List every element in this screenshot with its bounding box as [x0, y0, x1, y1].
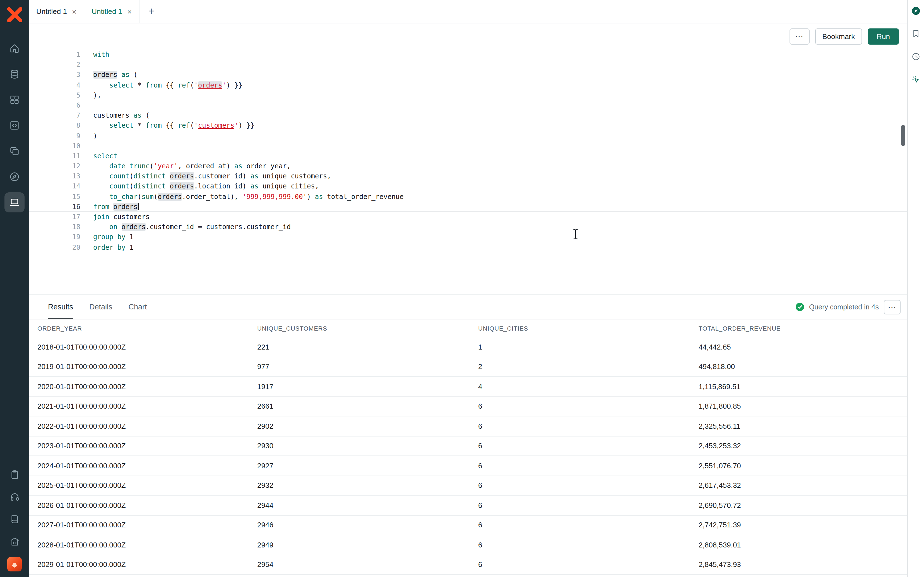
- user-avatar[interactable]: [7, 557, 22, 571]
- tab-label: Untitled 1: [92, 7, 122, 16]
- table-row[interactable]: 2023-01-01T00:00:00.000Z293062,453,253.3…: [29, 436, 907, 456]
- table-row[interactable]: 2018-01-01T00:00:00.000Z221144,442.65: [29, 337, 907, 357]
- laptop-icon: [9, 197, 20, 208]
- history-icon: [911, 52, 921, 61]
- table-cell: 977: [257, 363, 478, 371]
- headphones-icon: [9, 492, 20, 502]
- table-cell: 2661: [257, 402, 478, 411]
- rail-cursor-click-button[interactable]: [910, 73, 922, 85]
- tab-untitled-2[interactable]: Untitled 1 ×: [84, 0, 139, 23]
- database-icon: [9, 69, 20, 80]
- code-line[interactable]: 5),: [29, 90, 907, 100]
- column-header[interactable]: TOTAL_ORDER_REVENUE: [699, 325, 907, 331]
- table-row[interactable]: 2030-01-01T00:00:00.000Z287961,841,049.3…: [29, 575, 907, 577]
- more-options-button[interactable]: ⋯: [789, 28, 809, 44]
- query-status-text: Query completed in 4s: [809, 303, 879, 311]
- table-row[interactable]: 2024-01-01T00:00:00.000Z292762,551,076.7…: [29, 456, 907, 476]
- code-line[interactable]: 18 on orders.customer_id = customers.cus…: [29, 222, 907, 232]
- table-row[interactable]: 2029-01-01T00:00:00.000Z295462,845,473.9…: [29, 555, 907, 575]
- line-number: 7: [29, 110, 85, 121]
- column-header[interactable]: UNIQUE_CUSTOMERS: [257, 325, 478, 331]
- table-row[interactable]: 2028-01-01T00:00:00.000Z294962,808,539.0…: [29, 535, 907, 555]
- tab-chart[interactable]: Chart: [129, 295, 147, 319]
- sidebar-apps-button[interactable]: [5, 90, 24, 110]
- table-cell: 2930: [257, 442, 478, 450]
- table-row[interactable]: 2026-01-01T00:00:00.000Z294462,690,570.7…: [29, 496, 907, 516]
- tab-results[interactable]: Results: [48, 295, 73, 319]
- code-line[interactable]: 1with: [29, 50, 907, 60]
- line-number: 6: [29, 100, 85, 110]
- bookmark-icon: [911, 29, 921, 38]
- sidebar-code-button[interactable]: [5, 115, 24, 135]
- new-tab-button[interactable]: +: [139, 0, 163, 23]
- rail-explore-button[interactable]: [910, 5, 922, 17]
- code-line[interactable]: 15 to_char(sum(orders.order_total), '999…: [29, 192, 907, 201]
- code-line[interactable]: 17join customers: [29, 212, 907, 222]
- rail-history-button[interactable]: [910, 50, 922, 63]
- results-table: ORDER_YEARUNIQUE_CUSTOMERSUNIQUE_CITIEST…: [29, 319, 907, 577]
- column-header[interactable]: UNIQUE_CITIES: [478, 325, 699, 331]
- table-cell: 2927: [257, 462, 478, 470]
- code-line[interactable]: 8 select * from {{ ref('customers') }}: [29, 121, 907, 131]
- compass-filled-icon: [911, 5, 921, 16]
- code-line[interactable]: 2: [29, 60, 907, 70]
- app-logo[interactable]: [7, 7, 22, 22]
- sidebar-clipboard-button[interactable]: [6, 466, 23, 484]
- table-row[interactable]: 2019-01-01T00:00:00.000Z9772494,818.00: [29, 357, 907, 377]
- table-cell: 6: [478, 481, 699, 490]
- line-number: 11: [29, 151, 85, 161]
- results-panel: Results Details Chart Query completed in…: [29, 294, 907, 577]
- editor-scrollbar-thumb[interactable]: [901, 125, 905, 146]
- line-number: 8: [29, 121, 85, 131]
- code-line[interactable]: 3orders as (: [29, 70, 907, 80]
- table-cell: 2019-01-01T00:00:00.000Z: [37, 363, 257, 371]
- code-line[interactable]: 6: [29, 100, 907, 110]
- table-row[interactable]: 2021-01-01T00:00:00.000Z266161,871,800.8…: [29, 396, 907, 416]
- notebook-icon: [9, 514, 20, 524]
- table-row[interactable]: 2027-01-01T00:00:00.000Z294662,742,751.3…: [29, 516, 907, 535]
- sql-editor[interactable]: 1with23orders as (4 select * from {{ ref…: [29, 49, 907, 294]
- sidebar-home-button[interactable]: [5, 39, 24, 58]
- sidebar-data-button[interactable]: [5, 64, 24, 84]
- table-cell: 2946: [257, 521, 478, 529]
- code-line[interactable]: 19group by 1: [29, 232, 907, 242]
- table-row[interactable]: 2025-01-01T00:00:00.000Z293262,617,453.3…: [29, 476, 907, 496]
- code-text: date_trunc('year', ordered_at) as order_…: [85, 161, 907, 171]
- cursor-click-icon: [911, 74, 921, 84]
- column-header[interactable]: ORDER_YEAR: [37, 325, 257, 331]
- sidebar-windows-button[interactable]: [5, 141, 24, 161]
- code-line[interactable]: 4 select * from {{ ref('orders') }}: [29, 80, 907, 90]
- table-row[interactable]: 2020-01-01T00:00:00.000Z191741,115,869.5…: [29, 377, 907, 396]
- code-line[interactable]: 12 date_trunc('year', ordered_at) as ord…: [29, 161, 907, 171]
- home-icon: [9, 43, 20, 54]
- code-line[interactable]: 14 count(distinct orders.location_id) as…: [29, 182, 907, 192]
- tab-close-icon[interactable]: ×: [72, 8, 76, 15]
- code-line[interactable]: 9): [29, 131, 907, 141]
- line-number: 18: [29, 222, 85, 232]
- tab-close-icon[interactable]: ×: [127, 8, 132, 15]
- sidebar-explore-button[interactable]: [5, 167, 24, 187]
- tab-details[interactable]: Details: [89, 295, 112, 319]
- line-number: 3: [29, 70, 85, 80]
- code-line[interactable]: 16from orders: [29, 202, 907, 212]
- results-more-button[interactable]: ⋯: [884, 300, 901, 314]
- rail-bookmark-button[interactable]: [910, 27, 922, 40]
- code-line[interactable]: 20order by 1: [29, 242, 907, 252]
- code-line[interactable]: 10: [29, 141, 907, 151]
- building-icon: [9, 536, 20, 546]
- bookmark-button[interactable]: Bookmark: [815, 28, 862, 44]
- sidebar-support-button[interactable]: [6, 488, 23, 506]
- sidebar-organization-button[interactable]: [6, 532, 23, 550]
- run-button[interactable]: Run: [867, 28, 899, 44]
- code-line[interactable]: 11select: [29, 151, 907, 161]
- table-row[interactable]: 2022-01-01T00:00:00.000Z290262,325,556.1…: [29, 416, 907, 436]
- table-cell: 2,845,473.93: [699, 561, 907, 569]
- table-cell: 2027-01-01T00:00:00.000Z: [37, 521, 257, 529]
- line-number: 17: [29, 212, 85, 222]
- sidebar-notebook-button[interactable]: [6, 510, 23, 528]
- code-line[interactable]: 13 count(distinct orders.customer_id) as…: [29, 171, 907, 182]
- tab-untitled-1[interactable]: Untitled 1 ×: [29, 0, 84, 23]
- table-cell: 2026-01-01T00:00:00.000Z: [37, 501, 257, 509]
- sidebar-develop-button[interactable]: [5, 192, 24, 213]
- code-line[interactable]: 7customers as (: [29, 110, 907, 121]
